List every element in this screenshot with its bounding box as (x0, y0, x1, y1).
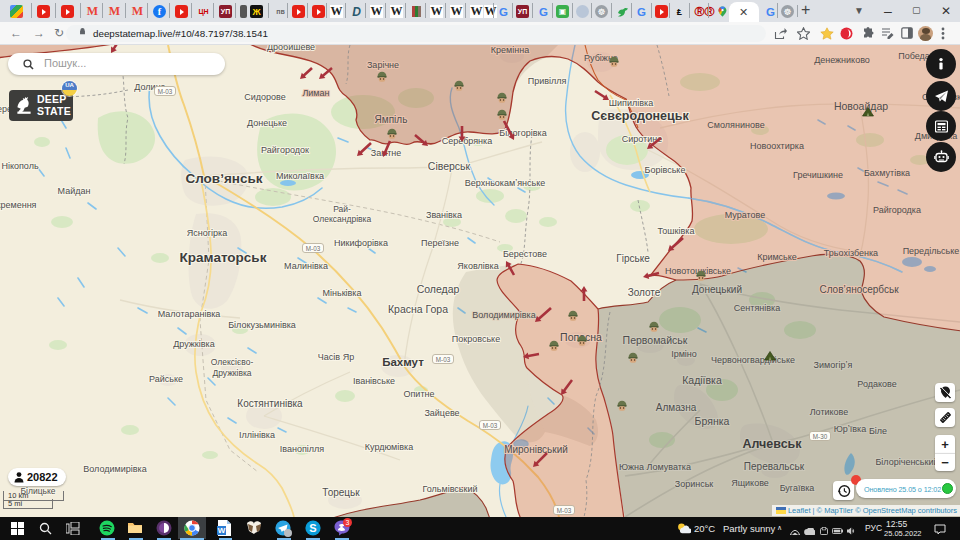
svg-text:W: W (218, 526, 226, 535)
svg-text:S: S (309, 522, 316, 534)
